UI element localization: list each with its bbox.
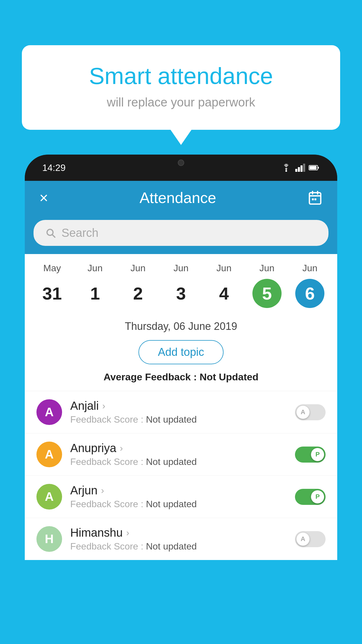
student-list: AAnjali ›Feedback Score : Not updatedAAA… [25, 391, 337, 560]
close-button[interactable]: × [39, 189, 48, 206]
selected-date-display: Thursday, 06 June 2019 [25, 314, 337, 337]
student-name[interactable]: Arjun › [70, 484, 287, 497]
cal-date-number: 6 [295, 279, 324, 308]
phone-status-bar: 14:29 [25, 155, 337, 181]
svg-rect-1 [295, 169, 297, 172]
svg-rect-3 [301, 165, 303, 172]
student-feedback: Feedback Score : Not updated [70, 541, 287, 552]
student-info: Arjun ›Feedback Score : Not updated [70, 484, 287, 510]
cal-month-label: Jun [259, 263, 275, 274]
feedback-value: Not updated [146, 414, 197, 425]
app-screen: × Attendance Search [25, 181, 337, 560]
attendance-toggle[interactable]: A [295, 404, 326, 420]
add-topic-button[interactable]: Add topic [138, 340, 224, 364]
wifi-icon [281, 164, 292, 172]
calendar-header-icon[interactable] [307, 190, 323, 205]
student-info: Anupriya ›Feedback Score : Not updated [70, 442, 287, 467]
chevron-right-icon: › [126, 527, 129, 538]
calendar-day-3[interactable]: Jun3 [162, 263, 200, 308]
front-camera [178, 160, 184, 166]
student-feedback: Feedback Score : Not updated [70, 456, 287, 467]
calendar-day-5[interactable]: Jun5 [248, 263, 286, 308]
toggle-knob: P [311, 448, 324, 461]
phone-container: 14:29 [25, 155, 337, 644]
svg-rect-2 [298, 167, 300, 172]
cal-date-number: 3 [166, 279, 196, 308]
student-name[interactable]: Himanshu › [70, 526, 287, 539]
cal-month-label: Jun [173, 263, 189, 274]
student-item[interactable]: AAnupriya ›Feedback Score : Not updatedP [25, 433, 337, 475]
phone-frame: 14:29 [25, 155, 337, 560]
svg-rect-6 [318, 167, 319, 169]
phone-notch [164, 155, 198, 171]
student-name[interactable]: Anupriya › [70, 442, 287, 455]
feedback-value: Not updated [146, 456, 197, 467]
chevron-right-icon: › [101, 485, 104, 496]
status-time: 14:29 [42, 162, 66, 173]
student-avatar: A [36, 442, 62, 467]
svg-point-0 [285, 170, 287, 172]
chevron-right-icon: › [102, 400, 106, 411]
student-avatar: A [36, 399, 62, 425]
calendar-strip: May31Jun1Jun2Jun3Jun4Jun5Jun6 [25, 254, 337, 314]
calendar-day-6[interactable]: Jun6 [291, 263, 329, 308]
search-bar-container: Search [25, 215, 337, 254]
feedback-value: Not updated [146, 541, 197, 552]
cal-month-label: Jun [302, 263, 317, 274]
search-icon [45, 228, 56, 239]
status-icons [281, 164, 320, 172]
chevron-right-icon: › [120, 443, 123, 454]
search-bar[interactable]: Search [34, 220, 328, 246]
student-feedback: Feedback Score : Not updated [70, 499, 287, 510]
signal-icon [295, 164, 305, 172]
cal-month-label: Jun [217, 263, 232, 274]
student-avatar: H [36, 526, 62, 552]
toggle-knob: P [311, 490, 324, 503]
student-info: Anjali ›Feedback Score : Not updated [70, 399, 287, 425]
app-header: × Attendance [25, 181, 337, 215]
app-title: Attendance [140, 189, 216, 206]
speech-bubble: Smart attendance will replace your paper… [22, 45, 340, 130]
feedback-value: Not updated [146, 499, 197, 509]
speech-bubble-container: Smart attendance will replace your paper… [22, 45, 340, 130]
svg-rect-12 [312, 198, 314, 200]
cal-date-number: 31 [38, 279, 67, 308]
battery-icon [309, 164, 320, 171]
speech-bubble-subtitle: will replace your paperwork [45, 95, 317, 109]
student-avatar: A [36, 484, 62, 510]
toggle-knob: A [296, 533, 310, 546]
toggle-switch[interactable]: P [295, 447, 326, 463]
search-placeholder: Search [61, 226, 99, 239]
toggle-switch[interactable]: A [295, 531, 326, 547]
cal-date-number: 4 [209, 279, 238, 308]
calendar-day-4[interactable]: Jun4 [205, 263, 243, 308]
cal-date-number: 5 [252, 279, 282, 308]
cal-date-number: 1 [80, 279, 110, 308]
avg-feedback: Average Feedback : Not Updated [25, 371, 337, 391]
avg-feedback-value: Not Updated [200, 371, 259, 382]
calendar-day-1[interactable]: Jun1 [76, 263, 114, 308]
attendance-toggle[interactable]: A [295, 531, 326, 547]
toggle-switch[interactable]: P [295, 489, 326, 505]
toggle-switch[interactable]: A [295, 404, 326, 420]
calendar-day-0[interactable]: May31 [33, 263, 71, 308]
attendance-toggle[interactable]: P [295, 447, 326, 463]
cal-month-label: May [43, 263, 61, 274]
cal-month-label: Jun [131, 263, 146, 274]
student-item[interactable]: HHimanshu ›Feedback Score : Not updatedA [25, 518, 337, 560]
cal-month-label: Jun [87, 263, 103, 274]
calendar-day-2[interactable]: Jun2 [119, 263, 157, 308]
svg-rect-4 [303, 164, 305, 172]
add-topic-container: Add topic [25, 337, 337, 371]
svg-rect-13 [314, 198, 317, 200]
toggle-knob: A [296, 406, 310, 419]
avg-feedback-label: Average Feedback : [103, 371, 199, 382]
student-name[interactable]: Anjali › [70, 399, 287, 412]
svg-line-15 [52, 235, 55, 237]
student-info: Himanshu ›Feedback Score : Not updated [70, 526, 287, 552]
attendance-toggle[interactable]: P [295, 489, 326, 505]
student-feedback: Feedback Score : Not updated [70, 414, 287, 425]
cal-date-number: 2 [124, 279, 153, 308]
student-item[interactable]: AArjun ›Feedback Score : Not updatedP [25, 475, 337, 518]
student-item[interactable]: AAnjali ›Feedback Score : Not updatedA [25, 391, 337, 433]
